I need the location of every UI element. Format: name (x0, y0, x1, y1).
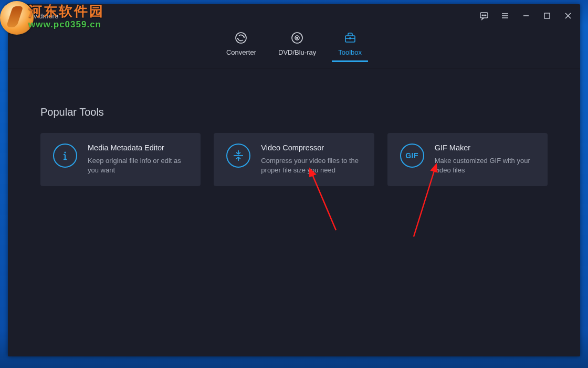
maximize-button[interactable] (540, 9, 554, 23)
converter-icon (234, 30, 248, 45)
card-text: Video Compressor Compress your video fil… (261, 144, 362, 175)
app-title: Vidmore (33, 12, 58, 20)
card-title: Media Metadata Editor (88, 144, 189, 152)
card-metadata-editor[interactable]: Media Metadata Editor Keep original file… (40, 133, 201, 186)
card-text: GIF Maker Make customized GIF with your … (435, 144, 536, 175)
svg-rect-20 (349, 37, 351, 39)
toolbox-icon (343, 30, 357, 45)
minimize-button[interactable] (519, 9, 533, 23)
svg-point-3 (484, 15, 485, 16)
svg-point-12 (236, 33, 246, 43)
svg-point-2 (482, 15, 483, 16)
dvd-icon (290, 30, 304, 45)
card-desc: Keep original file info or edit as you w… (88, 156, 189, 175)
close-button[interactable] (561, 9, 575, 23)
tab-dvd[interactable]: DVD/Blu-ray (272, 27, 322, 62)
card-desc: Compress your video files to the proper … (261, 156, 362, 175)
card-title: GIF Maker (435, 144, 536, 152)
tab-toolbox-label: Toolbox (338, 48, 362, 56)
info-icon (53, 144, 77, 168)
svg-point-4 (485, 15, 486, 16)
svg-rect-9 (544, 13, 550, 18)
tab-toolbox[interactable]: Toolbox (332, 27, 368, 62)
gif-icon: GIF (400, 144, 424, 168)
section-title: Popular Tools (40, 106, 548, 118)
compress-icon (226, 144, 250, 168)
window-controls (477, 9, 575, 23)
card-text: Media Metadata Editor Keep original file… (88, 144, 189, 175)
tab-converter[interactable]: Converter (220, 27, 262, 62)
titlebar: Vidmore (8, 4, 580, 27)
card-video-compressor[interactable]: Video Compressor Compress your video fil… (214, 133, 374, 186)
tabstrip: Converter DVD/Blu-ray Toolbox (8, 27, 580, 68)
app-window: Vidmore (8, 4, 580, 356)
watermark-logo-icon (0, 1, 34, 35)
menu-button[interactable] (498, 9, 512, 23)
cards-row: Media Metadata Editor Keep original file… (40, 133, 548, 186)
card-title: Video Compressor (261, 144, 362, 152)
card-desc: Make customized GIF with your video file… (435, 156, 536, 175)
svg-point-21 (64, 151, 66, 153)
card-gif-maker[interactable]: GIF GIF Maker Make customized GIF with y… (387, 133, 548, 186)
feedback-button[interactable] (477, 9, 491, 23)
content-area: Popular Tools Media Metadata Editor Keep… (8, 68, 580, 186)
svg-point-17 (297, 37, 298, 38)
tab-converter-label: Converter (226, 48, 256, 56)
gif-badge-text: GIF (405, 151, 418, 160)
tab-dvd-label: DVD/Blu-ray (278, 48, 316, 56)
